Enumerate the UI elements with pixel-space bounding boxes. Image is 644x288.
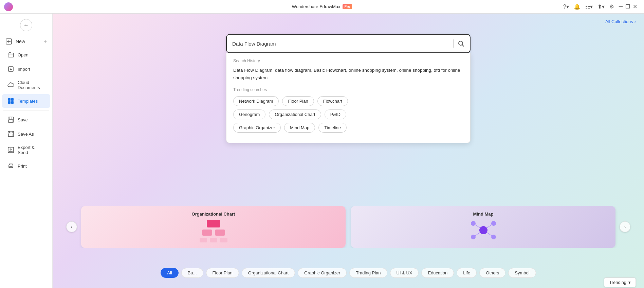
chevron-down-icon: ▾ (628, 280, 631, 285)
org-bot-node-1 (200, 238, 207, 242)
org-bot-node-3 (220, 238, 227, 242)
tag-timeline[interactable]: Timeline (318, 123, 347, 133)
app-title: Wondershare EdrawMax Pro (292, 4, 352, 9)
carousel-prev-button[interactable]: ‹ (66, 221, 77, 232)
share-icon[interactable]: ⬆▾ (597, 3, 605, 10)
trending-label: Trending (609, 280, 626, 285)
content-area: All Collections › Search History Data Fl… (53, 14, 644, 288)
org-mid-node-2 (215, 230, 225, 236)
template-card-org[interactable]: Organizational Chart (81, 206, 346, 248)
svg-rect-3 (8, 53, 14, 57)
sidebar: ← New + Open Import (0, 14, 53, 288)
sidebar-divider (3, 110, 49, 111)
filter-uiux[interactable]: UI & UX (390, 268, 419, 278)
sidebar-item-print[interactable]: Print (2, 159, 50, 173)
sidebar-save-label: Save (18, 117, 28, 122)
back-button[interactable]: ← (20, 19, 32, 31)
mind-map-visual (470, 220, 497, 240)
open-icon (7, 51, 14, 58)
sidebar-item-saveas[interactable]: Save As (2, 127, 50, 141)
import-icon (7, 66, 14, 72)
filter-floor-plan[interactable]: Floor Plan (206, 268, 239, 278)
search-history-text[interactable]: Data Flow Diagram, data flow diagram, Ba… (233, 67, 463, 81)
svg-rect-8 (8, 101, 11, 104)
apps-icon[interactable]: ⚏▾ (585, 3, 593, 10)
tag-mind-map[interactable]: Mind Map (284, 123, 315, 133)
filter-symbol[interactable]: Symbol (508, 268, 536, 278)
search-button[interactable] (458, 40, 464, 47)
org-mid-row (202, 230, 225, 236)
sidebar-export-label: Export & Send (18, 145, 45, 155)
filter-row: All Bu... Floor Plan Organizational Char… (53, 268, 644, 278)
app-body: ← New + Open Import (0, 14, 644, 288)
tag-network-diagram[interactable]: Network Diagram (233, 96, 279, 106)
search-input[interactable] (232, 41, 449, 47)
sidebar-item-cloud[interactable]: Cloud Documents (2, 77, 50, 94)
sidebar-item-templates[interactable]: Templates (2, 94, 50, 108)
filter-others[interactable]: Others (479, 268, 505, 278)
sidebar-item-export[interactable]: Export & Send (2, 141, 50, 158)
filter-trading-plan[interactable]: Trading Plan (349, 268, 387, 278)
org-card-title: Organizational Chart (192, 211, 235, 217)
avatar[interactable] (4, 2, 13, 11)
trending-row-3: Graphic Organizer Mind Map Timeline (233, 123, 463, 133)
app-name-text: Wondershare EdrawMax (292, 4, 341, 9)
bell-icon[interactable]: 🔔 (574, 3, 581, 10)
close-button[interactable]: ✕ (633, 3, 637, 10)
template-cards-wrapper: Organizational Chart (77, 206, 620, 248)
sidebar-item-save[interactable]: Save (2, 113, 50, 126)
filter-org-chart[interactable]: Organizational Chart (242, 268, 295, 278)
org-top-node (207, 220, 220, 227)
minimize-button[interactable]: ─ (619, 3, 623, 10)
mind-card-title: Mind Map (473, 211, 494, 217)
print-icon (7, 163, 14, 169)
tag-organizational-chart[interactable]: Organizational Chart (269, 109, 321, 119)
window-btns: ─ ❐ ✕ (619, 3, 637, 10)
sidebar-new-label: New (16, 39, 25, 44)
all-collections-text: All Collections (605, 19, 633, 24)
settings-icon[interactable]: ⚙ (609, 3, 614, 10)
window-controls: ?▾ 🔔 ⚏▾ ⬆▾ ⚙ ─ ❐ ✕ (563, 3, 640, 10)
filter-life[interactable]: Life (457, 268, 477, 278)
tag-genogram[interactable]: Genogram (233, 109, 265, 119)
template-card-mind[interactable]: Mind Map (351, 206, 615, 248)
svg-rect-9 (11, 101, 14, 104)
cloud-icon (7, 82, 14, 88)
tag-flowchart[interactable]: Flowchart (317, 96, 348, 106)
help-icon[interactable]: ?▾ (563, 3, 569, 10)
svg-rect-12 (9, 120, 13, 122)
sidebar-item-open[interactable]: Open (2, 48, 50, 62)
trending-dropdown[interactable]: Trending ▾ (604, 277, 636, 287)
filter-all[interactable]: All (161, 268, 178, 278)
sidebar-templates-label: Templates (18, 99, 38, 104)
filter-business[interactable]: Bu... (181, 268, 203, 278)
save-icon (7, 116, 14, 123)
sidebar-item-import[interactable]: Import (2, 62, 50, 76)
svg-rect-19 (10, 167, 12, 168)
maximize-button[interactable]: ❐ (625, 3, 630, 10)
sidebar-item-new[interactable]: New + (0, 35, 52, 48)
filter-graphic-organizer[interactable]: Graphic Organizer (298, 268, 347, 278)
trending-row-2: Genogram Organizational Chart P&ID (233, 109, 463, 119)
export-icon (7, 147, 14, 153)
svg-rect-7 (11, 98, 14, 101)
svg-rect-11 (9, 117, 12, 119)
org-bot-row (200, 238, 227, 242)
svg-point-20 (459, 41, 463, 45)
tag-floor-plan[interactable]: Floor Plan (282, 96, 314, 106)
tag-pid[interactable]: P&ID (325, 109, 346, 119)
svg-rect-14 (9, 134, 13, 136)
saveas-icon (7, 131, 14, 137)
filter-education[interactable]: Education (421, 268, 454, 278)
new-icon (5, 38, 12, 45)
search-dropdown: Search History Data Flow Diagram, data f… (226, 53, 471, 143)
sidebar-cloud-label: Cloud Documents (18, 80, 45, 90)
svg-line-21 (462, 45, 464, 46)
svg-point-26 (479, 226, 487, 234)
org-bot-node-2 (210, 238, 217, 242)
tag-graphic-organizer[interactable]: Graphic Organizer (233, 123, 281, 133)
all-collections-link[interactable]: All Collections › (605, 19, 636, 24)
carousel-next-button[interactable]: › (620, 221, 630, 232)
trending-row-1: Network Diagram Floor Plan Flowchart (233, 96, 463, 106)
search-divider (453, 39, 454, 48)
